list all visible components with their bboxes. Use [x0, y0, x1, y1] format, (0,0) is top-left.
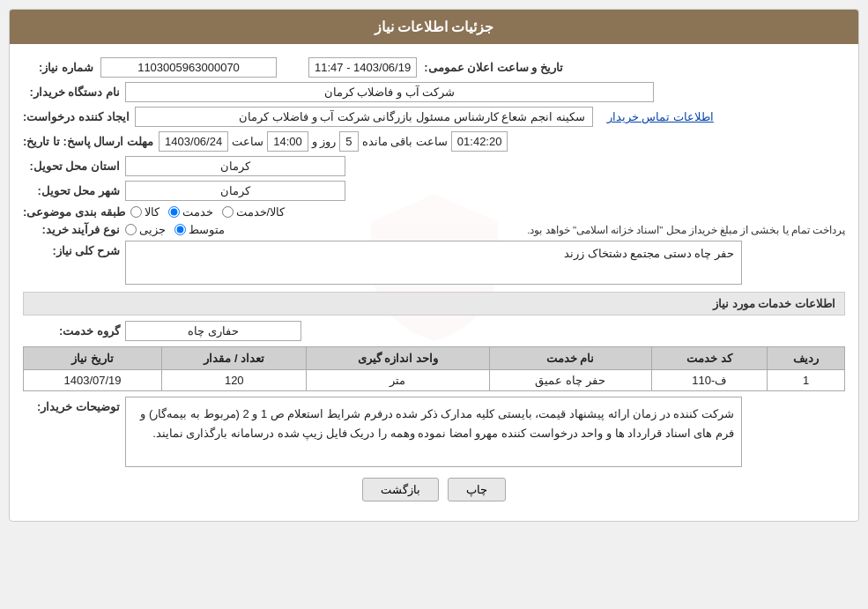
purchase-type-option-mutawaset[interactable]: متوسط [174, 223, 225, 236]
announcement-date-label: تاریخ و ساعت اعلان عمومی: [424, 61, 563, 74]
buyer-org-row: شرکت آب و فاضلاب کرمان نام دستگاه خریدار… [23, 82, 845, 102]
need-description-row: حفر چاه دستی مجتمع دشتخاک زرند شرح کلی ن… [23, 241, 845, 285]
need-description-value: حفر چاه دستی مجتمع دشتخاک زرند [125, 241, 742, 285]
creator-value: سکینه انجم شعاع کارشناس مسئول بازرگانی ش… [135, 107, 593, 127]
col-unit: واحد اندازه گیری [307, 347, 489, 370]
service-group-value: حفاری چاه [125, 321, 301, 341]
response-time-label: ساعت [232, 135, 263, 148]
delivery-city-row: کرمان شهر محل تحویل: [23, 181, 845, 201]
category-option-kala[interactable]: کالا [130, 205, 160, 219]
purchase-type-note: پرداخت تمام یا بخشی از مبلغ خریداز محل "… [239, 224, 845, 236]
need-number-value: 1103005963000070 [100, 57, 277, 78]
buyer-notes-row: شرکت کننده در زمان ارائه پیشنهاد قیمت، ب… [23, 397, 845, 467]
response-days-value: 5 [339, 131, 358, 152]
delivery-province-value: کرمان [125, 156, 345, 176]
announcement-date-value: 1403/06/19 - 11:47 [308, 57, 417, 78]
back-button[interactable]: بازگشت [362, 478, 439, 501]
category-option-khedmat[interactable]: خدمت [168, 205, 213, 219]
response-deadline-label: مهلت ارسال پاسخ: تا تاریخ: [23, 135, 153, 148]
col-code: کد خدمت [651, 347, 767, 370]
header-title: جزئیات اطلاعات نیاز [375, 19, 494, 34]
delivery-province-label: استان محل تحویل: [23, 160, 120, 173]
category-label: طبقه بندی موضوعی: [23, 205, 125, 219]
col-row: ردیف [767, 347, 844, 370]
category-options: کالا/خدمت خدمت کالا [130, 205, 286, 219]
buyer-notes-value: شرکت کننده در زمان ارائه پیشنهاد قیمت، ب… [125, 397, 742, 467]
delivery-city-value: کرمان [125, 181, 345, 201]
delivery-province-row: کرمان استان محل تحویل: [23, 156, 845, 176]
category-row: کالا/خدمت خدمت کالا طبقه بندی موضوعی: [23, 205, 845, 219]
response-days-label: روز و [312, 135, 337, 148]
buyer-org-label: نام دستگاه خریدار: [23, 85, 120, 99]
service-group-row: حفاری چاه گروه خدمت: [23, 321, 845, 341]
col-name: نام خدمت [489, 347, 651, 370]
col-date: تاریخ نیاز [24, 347, 162, 370]
buyer-org-value: شرکت آب و فاضلاب کرمان [125, 82, 654, 102]
response-deadline-row: 01:42:20 ساعت باقی مانده 5 روز و 14:00 س… [23, 131, 845, 152]
service-group-label: گروه خدمت: [23, 324, 120, 338]
creator-label: ایجاد کننده درخواست: [23, 110, 130, 123]
button-row: چاپ بازگشت [23, 478, 845, 501]
need-description-label: شرح کلی نیاز: [23, 244, 120, 257]
services-section-title: اطلاعات خدمات مورد نیاز [23, 292, 845, 316]
cell-row: 1 [767, 370, 844, 391]
buyer-notes-label: توضیحات خریدار: [23, 400, 120, 413]
remaining-time-value: 01:42:20 [451, 131, 508, 152]
purchase-type-row: پرداخت تمام یا بخشی از مبلغ خریداز محل "… [23, 223, 845, 236]
response-time-value: 14:00 [267, 131, 308, 152]
services-table: ردیف کد خدمت نام خدمت واحد اندازه گیری ت… [23, 346, 845, 391]
creator-row: اطلاعات تماس خریدار سکینه انجم شعاع کارش… [23, 107, 845, 127]
cell-code: ف-110 [651, 370, 767, 391]
cell-date: 1403/07/19 [24, 370, 162, 391]
col-qty: تعداد / مقدار [162, 347, 307, 370]
print-button[interactable]: چاپ [448, 478, 506, 501]
category-option-kala-khedmat[interactable]: کالا/خدمت [222, 205, 286, 219]
cell-name: حفر چاه عمیق [489, 370, 651, 391]
cell-qty: 120 [162, 370, 307, 391]
delivery-city-label: شهر محل تحویل: [23, 184, 120, 197]
purchase-type-option-jozei[interactable]: جزیی [125, 223, 166, 236]
need-number-row: تاریخ و ساعت اعلان عمومی: 1403/06/19 - 1… [23, 57, 845, 78]
purchase-type-options: متوسط جزیی [125, 223, 225, 236]
page-header: جزئیات اطلاعات نیاز [10, 10, 858, 44]
remaining-time-label: ساعت باقی مانده [362, 135, 448, 148]
purchase-type-label: نوع فرآیند خرید: [23, 223, 120, 236]
need-number-label: شماره نیاز: [23, 61, 93, 74]
contact-info-link[interactable]: اطلاعات تماس خریدار [607, 110, 714, 123]
cell-unit: متر [307, 370, 489, 391]
response-date-value: 1403/06/24 [159, 131, 228, 152]
table-row: 1 ف-110 حفر چاه عمیق متر 120 1403/07/19 [24, 370, 845, 391]
